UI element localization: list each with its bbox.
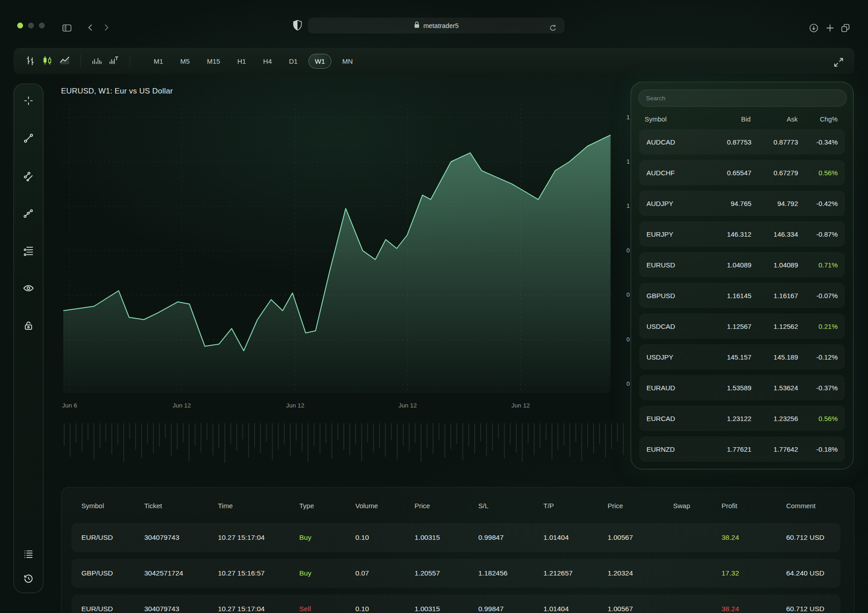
toolbar-divider xyxy=(130,55,130,67)
market-cell-bid: 1.16145 xyxy=(705,292,751,299)
fullscreen-button[interactable] xyxy=(830,54,847,72)
volume-toggle-button[interactable] xyxy=(88,52,105,70)
market-cell-symbol: EURCAD xyxy=(646,415,705,422)
market-cell-ask: 1.53624 xyxy=(751,384,798,392)
candlestick-icon xyxy=(42,55,53,68)
market-row-usdjpy[interactable]: USDJPY145.157145.189-0.12% xyxy=(639,344,845,370)
market-cell-chg: -0.87% xyxy=(798,230,838,238)
history-button[interactable] xyxy=(23,573,34,585)
window-close-button[interactable] xyxy=(17,23,23,28)
market-row-eurusd[interactable]: EURUSD1.040891.040890.71% xyxy=(639,252,845,277)
position-cell-type: Buy xyxy=(299,533,355,542)
market-row-eurcad[interactable]: EURCAD1.231221.232560.56% xyxy=(639,406,845,431)
tick-volume-toggle-button[interactable] xyxy=(105,52,123,70)
browser-forward-button[interactable] xyxy=(99,20,114,37)
market-cell-chg: 0.21% xyxy=(798,323,838,330)
objects-list-button[interactable] xyxy=(23,548,34,561)
browser-back-button[interactable] xyxy=(83,20,98,37)
polyline-tool-button[interactable] xyxy=(23,207,34,220)
market-row-usdcad[interactable]: USDCAD1.125671.125620.21% xyxy=(639,314,845,339)
lock-tool-button[interactable] xyxy=(23,320,34,332)
positions-rows: EUR/USD30407974310.27 15:17:04Buy0.101.0… xyxy=(71,523,840,613)
price-chart-canvas[interactable] xyxy=(63,104,612,393)
market-row-audchf[interactable]: AUDCHF0.655470.672790.56% xyxy=(639,160,845,185)
drawing-tools-sidebar xyxy=(14,84,43,593)
trendline-tool-button[interactable] xyxy=(23,132,34,145)
column-header-chg: Chg% xyxy=(797,116,838,123)
market-cell-chg: 0.71% xyxy=(798,261,838,269)
bar-chart-mode-button[interactable] xyxy=(22,52,39,70)
market-cell-ask: 0.67279 xyxy=(751,169,798,177)
reload-button[interactable] xyxy=(546,21,560,37)
channel-tool-button[interactable] xyxy=(23,170,34,182)
position-cell-sl: 0.99847 xyxy=(478,533,543,542)
positions-column-ticket: Ticket xyxy=(144,502,218,510)
positions-column-symbol: Symbol xyxy=(81,502,144,510)
positions-column-profit: Profit xyxy=(722,502,786,510)
volume-chart-canvas xyxy=(63,423,628,468)
position-row-eurusd[interactable]: EUR/USD30407974310.27 15:17:04Sell0.101.… xyxy=(71,594,840,613)
position-cell-time: 10.27 15:16:57 xyxy=(218,569,299,577)
timeframe-m5-button[interactable]: M5 xyxy=(174,54,196,69)
market-row-audcad[interactable]: AUDCAD0.877530.87773-0.34% xyxy=(639,129,845,154)
position-cell-symbol: EUR/USD xyxy=(81,533,144,542)
market-cell-bid: 146.312 xyxy=(705,230,751,238)
timeframe-m15-button[interactable]: M15 xyxy=(201,54,226,69)
market-row-euraud[interactable]: EURAUD1.535891.53624-0.37% xyxy=(639,375,845,400)
crosshair-tool-button[interactable] xyxy=(23,95,34,108)
polyline-icon xyxy=(23,207,34,220)
position-cell-profit: 38.24 xyxy=(722,533,786,542)
timeframe-mn-button[interactable]: MN xyxy=(336,54,359,69)
address-bar[interactable]: metatrader5 xyxy=(308,18,565,33)
line-chart-icon xyxy=(59,55,71,68)
market-row-gbpusd[interactable]: GBPUSD1.161451.16167-0.07% xyxy=(639,283,845,308)
position-cell-time: 10.27 15:17:04 xyxy=(218,533,299,542)
timeframe-h1-button[interactable]: H1 xyxy=(231,54,252,69)
y-tick-label: 1 xyxy=(620,158,630,165)
chart-toolbar: M1M5M15H1H4D1W1MN xyxy=(14,48,854,74)
market-cell-symbol: USDCAD xyxy=(646,323,705,330)
timeframe-d1-button[interactable]: D1 xyxy=(283,54,304,69)
market-row-eurnzd[interactable]: EURNZD1.776211.77642-0.18% xyxy=(639,436,845,462)
market-cell-chg: -0.18% xyxy=(798,445,838,453)
history-clock-icon xyxy=(23,573,34,586)
position-row-gbpusd[interactable]: GBP/USD304257172410.27 15:16:57Buy0.071.… xyxy=(71,559,840,588)
visibility-tool-button[interactable] xyxy=(23,282,34,295)
candlestick-mode-button[interactable] xyxy=(39,52,56,70)
market-cell-bid: 0.87753 xyxy=(705,138,751,146)
search-input[interactable] xyxy=(638,89,847,107)
position-cell-sl: 1.182456 xyxy=(478,569,543,577)
y-tick-label: 1 xyxy=(620,114,630,121)
downloads-button[interactable] xyxy=(806,20,822,37)
new-tab-button[interactable] xyxy=(822,20,838,37)
timeframe-m1-button[interactable]: M1 xyxy=(147,54,170,69)
market-cell-symbol: AUDCHF xyxy=(646,169,705,177)
url-text: metatrader5 xyxy=(423,22,458,29)
position-cell-price: 1.00315 xyxy=(415,533,478,542)
line-chart-mode-button[interactable] xyxy=(56,52,73,70)
window-minimize-button[interactable] xyxy=(28,23,34,28)
market-row-audjpy[interactable]: AUDJPY94.76594.792-0.42% xyxy=(639,191,845,216)
window-zoom-button[interactable] xyxy=(39,23,45,28)
position-row-eurusd[interactable]: EUR/USD30407974310.27 15:17:04Buy0.101.0… xyxy=(71,523,840,552)
tab-overview-button[interactable] xyxy=(837,20,854,37)
x-tick-label: Jun 12 xyxy=(505,402,537,409)
positions-column-swap: Swap xyxy=(673,502,722,510)
position-cell-ticket: 3042571724 xyxy=(144,569,218,577)
timeframe-h4-button[interactable]: H4 xyxy=(257,54,278,69)
y-tick-label: 0 xyxy=(620,247,630,254)
sidebar-toggle-icon xyxy=(61,23,72,35)
browser-sidebar-toggle[interactable] xyxy=(59,20,75,37)
fibonacci-tool-button[interactable] xyxy=(23,245,34,257)
market-cell-chg: -0.12% xyxy=(798,353,838,361)
y-tick-label: 0 xyxy=(620,291,630,298)
positions-column-tp: T/P xyxy=(543,502,608,510)
market-row-eurjpy[interactable]: EURJPY146.312146.334-0.87% xyxy=(639,221,845,247)
positions-column-volume: Volume xyxy=(355,502,415,510)
timeframe-w1-button[interactable]: W1 xyxy=(308,54,331,69)
padlock-icon xyxy=(23,320,34,333)
market-cell-symbol: USDJPY xyxy=(646,353,705,361)
toolbar-divider xyxy=(80,55,81,67)
column-header-ask: Ask xyxy=(750,116,797,123)
privacy-shield-icon[interactable] xyxy=(292,19,303,34)
